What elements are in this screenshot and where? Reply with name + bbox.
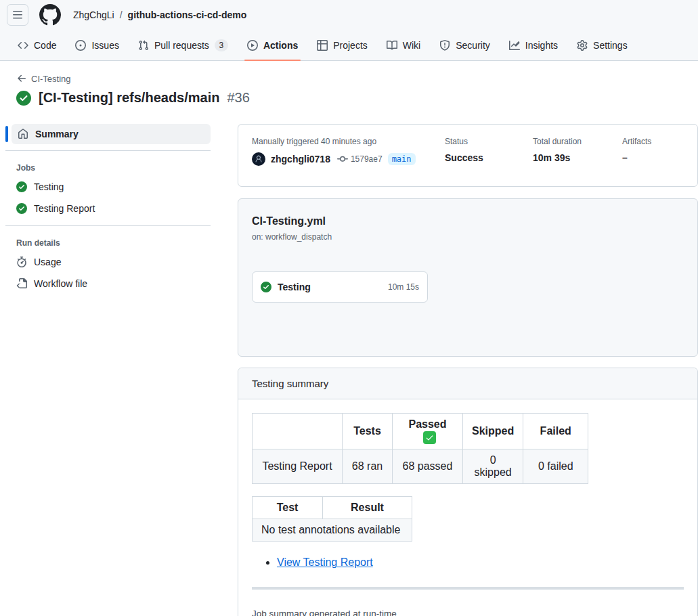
commit-sha-link[interactable]: 1579ae7 [351,154,383,164]
results-header-skipped: Skipped [463,414,523,449]
file-code-icon [16,278,27,289]
job-label: Testing [34,181,64,192]
usage-label: Usage [34,257,61,267]
report-link-list: View Testing Report [277,556,684,569]
annotations-header-test: Test [253,497,323,519]
run-summary-card: Manually triggered 40 minutes ago zhgchg… [238,124,698,187]
code-icon [18,40,28,51]
branch-badge[interactable]: main [388,153,416,165]
table-row: Testing Report 68 ran 68 passed 0 skippe… [253,449,588,484]
tab-issues[interactable]: Issues [68,30,125,60]
sidebar-item-workflow-file[interactable]: Workflow file [5,273,98,294]
run-title: [CI-Testing] refs/heads/main [39,90,219,106]
results-passed-value: 68 passed [393,449,463,484]
artifacts-label: Artifacts [622,137,684,146]
sidebar-item-summary[interactable]: Summary [12,124,211,144]
book-icon [387,40,397,51]
sidebar-item-usage[interactable]: Usage [5,251,72,273]
table-icon [317,40,328,51]
hamburger-menu-button[interactable] [7,4,28,26]
breadcrumb: ZhgChgLi / github-actions-ci-cd-demo [73,9,246,20]
home-icon [18,129,28,139]
tab-pull-requests[interactable]: Pull requests 3 [131,30,235,60]
run-details-section-title: Run details [5,232,211,251]
duration-label: Total duration [533,137,622,146]
results-header-empty [253,414,343,449]
avatar[interactable] [252,152,265,166]
run-number: #36 [227,90,249,106]
breadcrumb-separator: / [120,9,123,20]
breadcrumb-repo-link[interactable]: github-actions-ci-cd-demo [128,9,247,20]
tab-insights[interactable]: Insights [502,30,565,60]
tab-label: Code [34,40,56,51]
testing-summary-title: Testing summary [238,368,697,399]
annotations-empty-text: No test annotations available [253,519,412,542]
actor-link[interactable]: zhgchgli0718 [271,154,330,164]
play-icon [247,40,258,51]
test-results-table: Tests Passed Skipped Failed Testing Repo… [252,413,588,484]
run-sidebar: Summary Jobs Testing Testing Report Run … [5,124,211,616]
results-tests-value: 68 ran [343,449,393,484]
workflow-graph-card: CI-Testing.yml on: workflow_dispatch Tes… [238,198,698,357]
tab-actions[interactable]: Actions [240,30,305,60]
table-row: No test annotations available [253,519,412,542]
tab-projects[interactable]: Projects [310,30,374,60]
status-label: Status [445,137,533,146]
repo-nav: Code Issues Pull requests 3 Actions Proj… [0,30,698,61]
jobs-section-title: Jobs [5,157,211,176]
trigger-text: Manually triggered 40 minutes ago [252,137,445,146]
back-link-label: CI-Testing [31,74,71,84]
tab-code[interactable]: Code [11,30,63,60]
arrow-left-icon [16,73,27,84]
duration-value: 10m 39s [533,152,622,163]
breadcrumb-owner-link[interactable]: ZhgChgLi [73,9,114,20]
workflow-trigger: on: workflow_dispatch [252,232,684,242]
tab-label: Settings [593,40,628,51]
status-value: Success [445,152,533,163]
gear-icon [577,40,588,51]
tab-settings[interactable]: Settings [570,30,634,60]
stopwatch-icon [16,257,27,267]
git-pull-request-icon [138,40,149,51]
job-duration: 10m 15s [388,282,419,292]
sidebar-divider [5,225,211,226]
check-circle-icon [261,282,271,292]
job-name: Testing [278,282,382,292]
results-skipped-value: 0 skipped [463,449,523,484]
git-commit-icon [337,154,348,164]
tab-label: Security [456,40,490,51]
three-bars-icon [12,9,23,20]
check-emoji-icon [423,431,436,444]
tab-label: Projects [333,40,368,51]
results-failed-value: 0 failed [523,449,588,484]
job-summary-footer-link[interactable]: Job summary generated at run-time [252,609,397,616]
results-row-label: Testing Report [253,449,343,484]
testing-summary-card: Testing summary Tests Passed Skipped Fai… [238,368,698,616]
tab-security[interactable]: Security [433,30,497,60]
results-header-passed: Passed [393,414,463,449]
sidebar-summary-label: Summary [35,129,79,139]
back-to-workflow-link[interactable]: CI-Testing [16,73,71,84]
sidebar-divider [5,150,211,151]
sidebar-item-job-testing-report[interactable]: Testing Report [5,198,106,219]
app-header: ZhgChgLi / github-actions-ci-cd-demo [0,0,698,30]
tab-label: Actions [263,40,298,51]
tab-label: Issues [91,40,118,51]
pull-requests-count-badge: 3 [215,39,228,51]
list-item: View Testing Report [277,556,684,569]
issue-opened-icon [75,40,86,51]
sidebar-item-job-testing[interactable]: Testing [5,176,74,198]
check-circle-icon [16,203,27,214]
job-card-testing[interactable]: Testing 10m 15s [252,271,428,303]
view-testing-report-link[interactable]: View Testing Report [277,556,373,568]
graph-icon [509,40,520,51]
github-logo-icon[interactable] [39,4,61,26]
test-annotations-table: Test Result No test annotations availabl… [252,496,412,542]
results-header-failed: Failed [523,414,588,449]
tab-wiki[interactable]: Wiki [380,30,427,60]
check-circle-icon [16,181,27,192]
artifacts-value: – [622,152,684,163]
tab-label: Pull requests [154,40,209,51]
annotations-header-result: Result [323,497,412,519]
workflow-file-label: Workflow file [34,278,87,289]
